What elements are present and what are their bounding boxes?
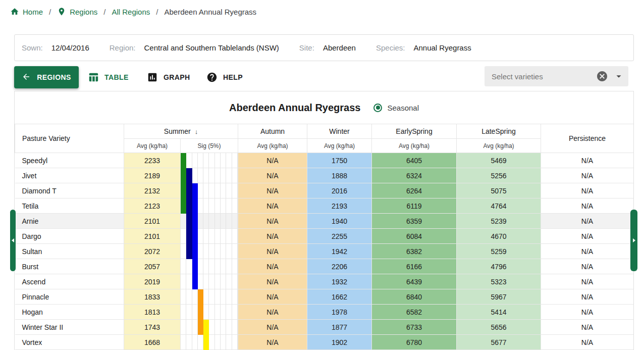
breadcrumb-item-regions[interactable]: Regions <box>57 7 97 16</box>
table-row-tetila[interactable]: Tetila2123N/A219361194764N/A <box>15 198 634 214</box>
table-button-label: TABLE <box>104 73 129 81</box>
persistence-cell: N/A <box>541 214 634 229</box>
autumn-avg-cell: N/A <box>238 274 307 289</box>
info-field-label-region-: Region: <box>110 43 136 52</box>
chevron-down-icon[interactable] <box>613 71 624 82</box>
table-row-diamond-t[interactable]: Diamond T2132N/A201662645075N/A <box>15 183 634 198</box>
table-row-vortex[interactable]: Vortex1668N/A190267805677N/A <box>15 335 634 350</box>
column-header-summer[interactable]: Summer↓ <box>124 124 238 139</box>
sig-bar-blue <box>192 274 198 289</box>
select-varieties-dropdown[interactable]: Select varieties <box>485 66 628 86</box>
info-field-value-species-: Annual Ryegrass <box>413 43 471 52</box>
summer-sig-chart-cell <box>181 289 238 305</box>
earlyspring-avg-cell: 6264 <box>372 183 457 198</box>
graph-button[interactable]: GRAPH <box>144 66 193 88</box>
sig-grid-cell <box>192 153 198 168</box>
summer-sig-chart-cell <box>181 229 238 244</box>
table-row-arnie[interactable]: Arnie2101N/A194063595239N/A <box>15 214 634 229</box>
breadcrumb-item-all-regions[interactable]: All Regions <box>112 8 150 16</box>
table-row-hogan[interactable]: Hogan1813N/A197865825414N/A <box>15 305 634 320</box>
sig-grid-cell <box>232 259 238 274</box>
variety-cell: Tetila <box>15 198 124 214</box>
latespring-avg-cell: 5259 <box>457 244 541 259</box>
sig-grid-cell <box>209 168 214 183</box>
autumn-avg-cell: N/A <box>238 229 307 244</box>
sig-grid <box>181 274 238 289</box>
sig-grid-cell <box>232 229 238 243</box>
table-row-sultan[interactable]: Sultan2072N/A194263825259N/A <box>15 244 634 259</box>
sig-grid-cell <box>221 335 226 349</box>
summer-avg-cell: 2101 <box>124 214 181 229</box>
summer-sig-chart-cell <box>181 259 238 274</box>
persistence-cell: N/A <box>541 153 634 168</box>
breadcrumb-item-home[interactable]: Home <box>10 7 43 16</box>
autumn-avg-cell: N/A <box>238 183 307 198</box>
column-header-earlyspring[interactable]: EarlySpring <box>372 124 457 139</box>
variety-cell: Dargo <box>15 229 124 244</box>
column-header-autumn[interactable]: Autumn <box>238 124 307 139</box>
persistence-cell: N/A <box>541 274 634 289</box>
sig-grid-cell <box>209 153 214 168</box>
clear-selection-icon[interactable] <box>596 70 608 82</box>
column-header-latespring[interactable]: LateSpring <box>457 124 541 139</box>
table-row-burst[interactable]: Burst2057N/A220661664796N/A <box>15 259 634 274</box>
sig-grid-cell <box>192 335 198 349</box>
variety-cell: Sultan <box>15 244 124 259</box>
scroll-left-handle[interactable] <box>10 210 16 271</box>
earlyspring-avg-cell: 6582 <box>372 305 457 320</box>
sig-grid-cell <box>221 289 226 304</box>
info-field-label-site-: Site: <box>299 43 314 52</box>
summer-header-label: Summer <box>164 127 191 135</box>
variety-cell: Vortex <box>15 335 124 350</box>
sig-grid-cell <box>198 183 203 198</box>
sig-bar-orange <box>198 305 203 320</box>
table-row-dargo[interactable]: Dargo2101N/A225560844670N/A <box>15 229 634 244</box>
autumn-avg-cell: N/A <box>238 198 307 214</box>
summer-sig-chart-cell <box>181 198 238 214</box>
subheader-autumn-avg: Avg (kg/ha) <box>238 139 307 153</box>
breadcrumb-separator: / <box>156 8 158 16</box>
sig-grid-cell <box>221 183 226 198</box>
winter-avg-cell: 1750 <box>307 153 372 168</box>
summer-sig-chart-cell <box>181 153 238 168</box>
persistence-cell: N/A <box>541 198 634 214</box>
sig-grid <box>181 168 238 183</box>
regions-button-label: REGIONS <box>37 73 71 81</box>
breadcrumb: Home/Regions/All Regions/Aberdeen Annual… <box>10 7 256 16</box>
sig-grid-cell <box>186 274 192 289</box>
sig-grid-cell <box>226 289 232 304</box>
summer-avg-cell: 1743 <box>124 320 181 335</box>
radio-dot <box>376 106 380 110</box>
table-row-jivet[interactable]: Jivet2189N/A188863245256N/A <box>15 168 634 183</box>
seasonal-radio[interactable] <box>373 104 382 112</box>
sig-grid-cell <box>181 335 186 349</box>
earlyspring-avg-cell: 6780 <box>372 335 457 350</box>
table-row-speedyl[interactable]: Speedyl2233N/A175064055469N/A <box>15 153 634 168</box>
sig-grid-cell <box>209 229 214 243</box>
help-button[interactable]: HELP <box>203 66 246 88</box>
persistence-cell: N/A <box>541 320 634 335</box>
arrow-back-icon <box>22 72 31 83</box>
sig-grid-cell <box>198 153 203 168</box>
latespring-avg-cell: 4796 <box>457 259 541 274</box>
regions-button[interactable]: REGIONS <box>14 66 79 88</box>
table-row-ascend[interactable]: Ascend2019N/A193264395323N/A <box>15 274 634 289</box>
column-header-winter[interactable]: Winter <box>307 124 372 139</box>
results-card: Aberdeen Annual Ryegrass Seasonal Pastur… <box>14 91 634 350</box>
latespring-avg-cell: 4670 <box>457 229 541 244</box>
info-field-value-site-: Aberdeen <box>323 43 356 52</box>
column-header-persistence[interactable]: Persistence <box>541 124 634 153</box>
sig-bar-navy <box>186 183 192 198</box>
sig-grid-cell <box>203 153 209 168</box>
sig-grid-cell <box>226 320 232 334</box>
persistence-cell: N/A <box>541 168 634 183</box>
table-row-pinnacle[interactable]: Pinnacle1833N/A166268405967N/A <box>15 289 634 305</box>
scroll-right-handle[interactable] <box>630 210 637 271</box>
scroll-right-arrow-icon <box>633 238 635 242</box>
sig-grid-cell <box>186 289 192 304</box>
column-header-pasture-variety[interactable]: Pasture Variety <box>15 124 124 153</box>
sig-grid-cell <box>209 289 214 304</box>
table-button[interactable]: TABLE <box>85 66 132 88</box>
table-row-winter-star-ii[interactable]: Winter Star II1743N/A187767335656N/A <box>15 320 634 335</box>
table-icon <box>88 72 99 83</box>
